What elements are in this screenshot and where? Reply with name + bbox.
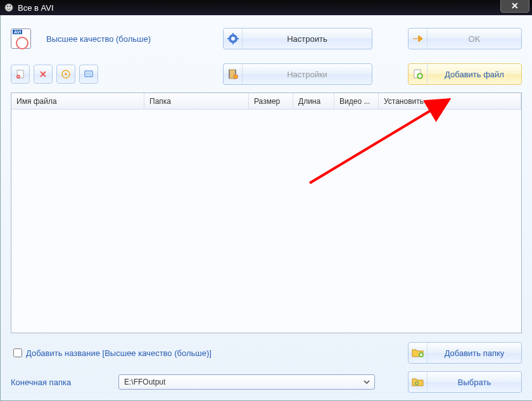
screen-icon — [84, 70, 94, 79]
configure-label: Настроить — [243, 34, 372, 44]
col-set[interactable]: Установить ... — [379, 93, 521, 109]
info-button[interactable] — [79, 65, 98, 84]
content-area: Высшее качество (больше) Настроить OK — [0, 15, 532, 401]
configure-button[interactable]: Настроить — [223, 28, 372, 49]
add-title-checkbox[interactable]: Добавить название [Высшее качество (боль… — [11, 347, 212, 359]
svg-rect-11 — [18, 76, 20, 77]
format-avi-icon[interactable] — [11, 29, 31, 49]
add-file-label: Добавить файл — [428, 70, 521, 79]
play-button[interactable] — [56, 65, 75, 84]
settings-button[interactable]: Настройки — [223, 63, 372, 85]
col-video[interactable]: Видео ... — [334, 93, 379, 109]
close-icon: ✕ — [511, 1, 519, 11]
settings-label: Настройки — [243, 70, 372, 79]
chevron-down-icon — [362, 377, 372, 387]
folder-add-icon — [408, 343, 428, 363]
svg-rect-16 — [229, 70, 230, 79]
window-title: Все в AVI — [18, 3, 54, 13]
add-file-button[interactable]: Добавить файл — [408, 63, 522, 85]
app-window: Все в AVI ✕ Высшее качество (больше) Нас… — [0, 0, 532, 401]
remove-file-button[interactable] — [11, 65, 30, 84]
svg-point-1 — [7, 6, 8, 7]
quality-label[interactable]: Высшее качество (больше) — [46, 34, 151, 44]
app-icon — [4, 3, 14, 13]
svg-point-18 — [233, 75, 238, 79]
select-folder-label: Выбрать — [428, 378, 521, 387]
table-body[interactable] — [11, 110, 521, 333]
col-length[interactable]: Длина — [293, 93, 334, 109]
col-filename[interactable]: Имя файла — [11, 93, 144, 109]
film-icon — [224, 64, 243, 84]
table-header: Имя файла Папка Размер Длина Видео ... У… — [11, 93, 521, 110]
add-file-icon — [408, 64, 428, 84]
svg-point-2 — [10, 6, 11, 7]
add-title-prefix: Добавить название — [26, 348, 100, 358]
titlebar: Все в AVI ✕ — [0, 0, 532, 15]
folder-open-icon — [408, 372, 428, 392]
output-folder-value: E:\FFOutput — [124, 378, 165, 386]
file-remove-icon — [15, 69, 25, 79]
arrow-right-icon — [408, 29, 428, 49]
delete-button[interactable] — [34, 65, 53, 84]
select-folder-button[interactable]: Выбрать — [408, 371, 522, 393]
ok-button[interactable]: OK — [408, 28, 522, 49]
gear-icon — [224, 29, 243, 49]
svg-point-4 — [231, 37, 235, 41]
add-title-suffix: [Высшее качество (больше)] — [103, 348, 212, 358]
add-folder-label: Добавить папку — [428, 348, 521, 358]
file-table: Имя файла Папка Размер Длина Видео ... У… — [11, 92, 522, 333]
output-folder-label: Конечная папка — [11, 378, 118, 387]
delete-icon — [39, 70, 48, 79]
svg-point-0 — [5, 4, 13, 11]
add-title-input[interactable] — [13, 348, 22, 357]
col-size[interactable]: Размер — [249, 93, 293, 109]
col-folder[interactable]: Папка — [144, 93, 249, 109]
ok-label: OK — [428, 34, 521, 44]
output-folder-combo[interactable]: E:\FFOutput — [118, 374, 375, 390]
play-icon — [61, 70, 70, 79]
svg-rect-14 — [86, 72, 91, 75]
add-folder-button[interactable]: Добавить папку — [408, 342, 522, 364]
close-button[interactable]: ✕ — [500, 0, 529, 13]
